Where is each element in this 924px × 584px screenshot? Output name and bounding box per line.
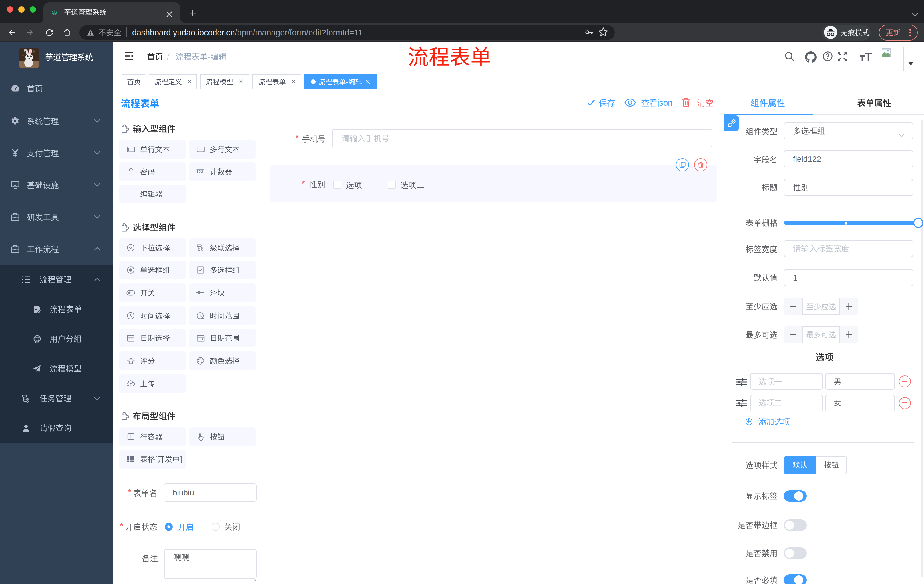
svg-text:123: 123 [196,169,203,174]
